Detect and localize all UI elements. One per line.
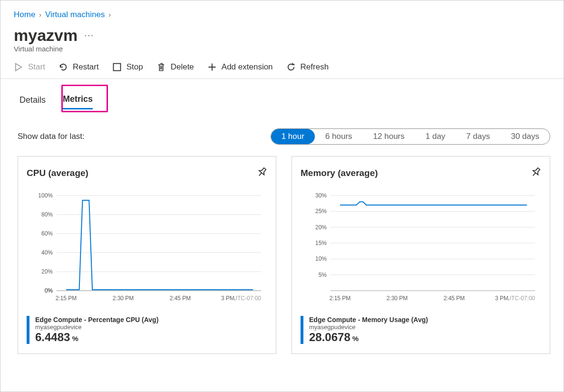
time-pill-1h[interactable]: 1 hour bbox=[271, 129, 315, 144]
legend-color-bar bbox=[301, 316, 303, 344]
memory-card-title: Memory (average) bbox=[301, 168, 378, 178]
svg-text:UTC-07:00: UTC-07:00 bbox=[507, 295, 535, 302]
svg-text:15%: 15% bbox=[315, 240, 327, 246]
svg-text:3 PM: 3 PM bbox=[221, 295, 234, 302]
refresh-icon bbox=[286, 62, 296, 72]
tab-details[interactable]: Details bbox=[19, 91, 46, 109]
breadcrumb-home[interactable]: Home bbox=[14, 10, 35, 20]
pin-icon bbox=[255, 165, 270, 180]
breadcrumb: Home › Virtual machines › bbox=[0, 0, 564, 23]
pin-button[interactable] bbox=[257, 167, 267, 179]
start-button: Start bbox=[14, 62, 45, 72]
cpu-legend: Edge Compute - Percentage CPU (Avg) myas… bbox=[27, 316, 267, 344]
legend-color-bar bbox=[27, 316, 29, 344]
svg-text:2:15 PM: 2:15 PM bbox=[56, 295, 77, 302]
svg-text:20%: 20% bbox=[315, 224, 327, 231]
memory-unit: % bbox=[352, 334, 359, 343]
svg-text:25%: 25% bbox=[315, 208, 327, 215]
svg-text:2:45 PM: 2:45 PM bbox=[170, 295, 191, 302]
tabs: Details Metrics bbox=[0, 79, 564, 109]
svg-text:2:45 PM: 2:45 PM bbox=[444, 295, 465, 302]
page-title: myazvm bbox=[14, 26, 78, 45]
svg-text:60%: 60% bbox=[41, 230, 53, 237]
plus-icon bbox=[207, 62, 217, 72]
svg-text:2:30 PM: 2:30 PM bbox=[113, 295, 134, 302]
trash-icon bbox=[156, 62, 166, 72]
breadcrumb-vms[interactable]: Virtual machines bbox=[45, 10, 105, 20]
svg-text:3 PM: 3 PM bbox=[495, 295, 508, 302]
add-extension-button[interactable]: Add extension bbox=[207, 62, 273, 72]
memory-value: 28.0678 bbox=[309, 331, 350, 344]
svg-text:10%: 10% bbox=[315, 255, 327, 262]
time-pill-30d[interactable]: 30 days bbox=[500, 129, 550, 144]
time-range-selector: 1 hour 6 hours 12 hours 1 day 7 days 30 … bbox=[271, 128, 550, 145]
pin-icon bbox=[529, 165, 544, 180]
charts-container: CPU (average) 0%20%40%60%80%100%0%2:15 P… bbox=[0, 145, 564, 354]
cpu-unit: % bbox=[72, 334, 78, 343]
start-label: Start bbox=[28, 62, 45, 72]
play-icon bbox=[14, 62, 23, 72]
chevron-right-icon: › bbox=[39, 11, 41, 19]
tab-metrics[interactable]: Metrics bbox=[63, 90, 93, 109]
svg-rect-0 bbox=[113, 64, 120, 71]
restart-button[interactable]: Restart bbox=[58, 62, 99, 72]
svg-text:100%: 100% bbox=[38, 193, 53, 199]
svg-text:2:30 PM: 2:30 PM bbox=[387, 295, 408, 302]
stop-icon bbox=[112, 62, 122, 72]
add-extension-label: Add extension bbox=[222, 62, 273, 72]
cpu-legend-title: Edge Compute - Percentage CPU (Avg) bbox=[35, 316, 158, 323]
stop-button[interactable]: Stop bbox=[112, 62, 143, 72]
delete-label: Delete bbox=[171, 62, 194, 72]
toolbar: Start Restart Stop Delete Add extension … bbox=[0, 59, 564, 79]
svg-text:20%: 20% bbox=[41, 268, 53, 275]
cpu-chart[interactable]: 0%20%40%60%80%100%0%2:15 PM2:30 PM2:45 P… bbox=[27, 193, 267, 307]
svg-text:40%: 40% bbox=[41, 249, 53, 256]
restart-label: Restart bbox=[73, 62, 99, 72]
cpu-card-title: CPU (average) bbox=[27, 168, 88, 178]
time-filter-row: Show data for last: 1 hour 6 hours 12 ho… bbox=[0, 109, 564, 145]
cpu-legend-sub: myasegpudevice bbox=[35, 323, 158, 331]
memory-legend: Edge Compute - Memory Usage (Avg) myaseg… bbox=[301, 316, 541, 344]
stop-label: Stop bbox=[126, 62, 143, 72]
svg-text:80%: 80% bbox=[41, 211, 53, 218]
cpu-card: CPU (average) 0%20%40%60%80%100%0%2:15 P… bbox=[18, 156, 276, 354]
delete-button[interactable]: Delete bbox=[156, 62, 194, 72]
refresh-label: Refresh bbox=[301, 62, 329, 72]
memory-legend-title: Edge Compute - Memory Usage (Avg) bbox=[309, 316, 428, 323]
time-filter-label: Show data for last: bbox=[18, 132, 85, 141]
time-pill-1d[interactable]: 1 day bbox=[415, 129, 456, 144]
more-actions-icon[interactable]: ··· bbox=[84, 30, 94, 40]
memory-card: Memory (average) 5%10%15%20%25%30%2:15 P… bbox=[292, 156, 550, 354]
time-pill-6h[interactable]: 6 hours bbox=[315, 129, 363, 144]
svg-text:30%: 30% bbox=[315, 193, 327, 199]
page-subtitle: Virtual machine bbox=[0, 45, 564, 59]
time-pill-7d[interactable]: 7 days bbox=[456, 129, 500, 144]
memory-chart[interactable]: 5%10%15%20%25%30%2:15 PM2:30 PM2:45 PM3 … bbox=[301, 193, 541, 307]
refresh-button[interactable]: Refresh bbox=[286, 62, 329, 72]
cpu-value: 6.4483 bbox=[35, 331, 70, 344]
svg-text:UTC-07:00: UTC-07:00 bbox=[233, 295, 261, 302]
svg-text:2:15 PM: 2:15 PM bbox=[330, 295, 351, 302]
svg-text:5%: 5% bbox=[319, 272, 327, 278]
pin-button[interactable] bbox=[531, 167, 541, 179]
svg-text:0%: 0% bbox=[45, 287, 53, 294]
restart-icon bbox=[58, 62, 68, 72]
time-pill-12h[interactable]: 12 hours bbox=[363, 129, 415, 144]
chevron-right-icon: › bbox=[108, 11, 111, 19]
memory-legend-sub: myasegpudevice bbox=[309, 323, 428, 331]
page-title-row: myazvm ··· bbox=[0, 23, 564, 45]
